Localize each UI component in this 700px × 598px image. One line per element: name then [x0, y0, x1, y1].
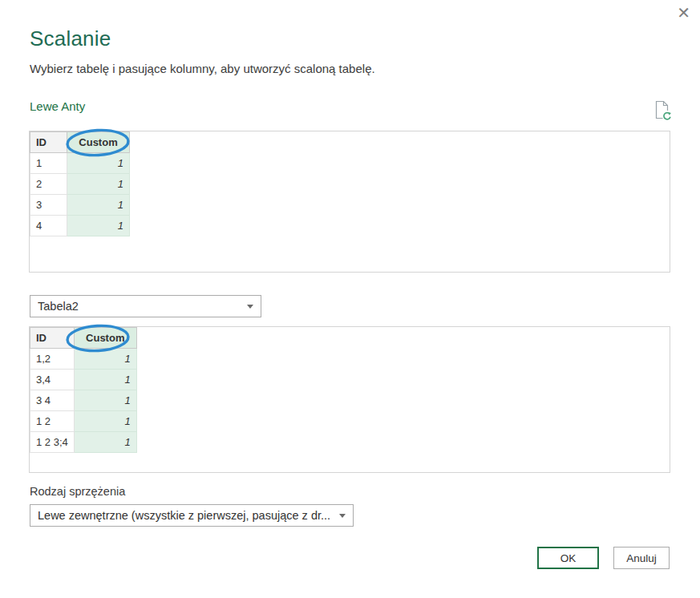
- table-cell: 1: [74, 390, 136, 411]
- document-refresh-glyph: [652, 99, 673, 121]
- table-cell: 3 4: [30, 390, 75, 411]
- table-row[interactable]: 3,41: [30, 370, 137, 390]
- column-header-id[interactable]: ID: [30, 328, 75, 349]
- table-cell: 1: [74, 349, 136, 370]
- table-row[interactable]: 41: [30, 216, 130, 236]
- table-cell: 4: [30, 216, 67, 236]
- table-cell: 1 2: [30, 411, 75, 432]
- table-cell: 1: [67, 216, 130, 236]
- cancel-button[interactable]: Anuluj: [613, 547, 670, 569]
- document-refresh-icon[interactable]: [652, 99, 673, 121]
- table-select[interactable]: Tabela2: [30, 295, 261, 317]
- table-row[interactable]: 3 41: [30, 390, 137, 411]
- right-table: IDCustom 1,213,413 411 211 2 3;41: [30, 327, 137, 453]
- table-row[interactable]: 1 21: [30, 411, 137, 432]
- table-cell: 1: [74, 411, 136, 432]
- chevron-down-icon: [339, 514, 346, 518]
- left-table: IDCustom 11213141: [30, 131, 130, 236]
- table-cell: 2: [30, 174, 67, 195]
- table-row[interactable]: 11: [30, 153, 130, 174]
- join-kind-link[interactable]: Lewe Anty: [30, 99, 85, 113]
- header-row: IDCustom: [30, 328, 137, 349]
- join-kind-value: Lewe zewnętrzne (wszystkie z pierwszej, …: [38, 509, 330, 522]
- table-cell: 1 2 3;4: [30, 432, 75, 453]
- table-select-value: Tabela2: [38, 300, 79, 313]
- table-row[interactable]: 31: [30, 195, 130, 216]
- chevron-down-icon: [247, 305, 253, 309]
- table-row[interactable]: 21: [30, 174, 130, 195]
- table-cell: 3: [30, 195, 67, 216]
- ok-button[interactable]: OK: [537, 547, 599, 569]
- join-kind-select[interactable]: Lewe zewnętrzne (wszystkie z pierwszej, …: [30, 504, 354, 527]
- column-header-custom[interactable]: Custom: [74, 328, 136, 349]
- table-cell: 1: [67, 153, 130, 174]
- table-cell: 1,2: [30, 349, 75, 370]
- column-header-custom[interactable]: Custom: [67, 132, 130, 153]
- close-icon[interactable]: ✕: [677, 5, 690, 21]
- join-kind-label: Rodzaj sprzężenia: [30, 485, 125, 498]
- dialog-subtitle: Wybierz tabelę i pasujące kolumny, aby u…: [30, 62, 375, 75]
- table-cell: 1: [74, 432, 136, 453]
- table-cell: 1: [67, 174, 130, 195]
- right-table-preview-grid[interactable]: IDCustom 1,213,413 411 211 2 3;41: [29, 326, 670, 473]
- table-cell: 3,4: [30, 370, 75, 390]
- left-table-preview-grid[interactable]: IDCustom 11213141: [29, 131, 670, 273]
- table-cell: 1: [74, 370, 136, 390]
- page-title: Scalanie: [30, 26, 111, 51]
- table-cell: 1: [30, 153, 67, 174]
- header-row: IDCustom: [30, 132, 130, 153]
- table-cell: 1: [67, 195, 130, 216]
- table-row[interactable]: 1 2 3;41: [30, 432, 137, 453]
- column-header-id[interactable]: ID: [30, 132, 67, 153]
- table-row[interactable]: 1,21: [30, 349, 137, 370]
